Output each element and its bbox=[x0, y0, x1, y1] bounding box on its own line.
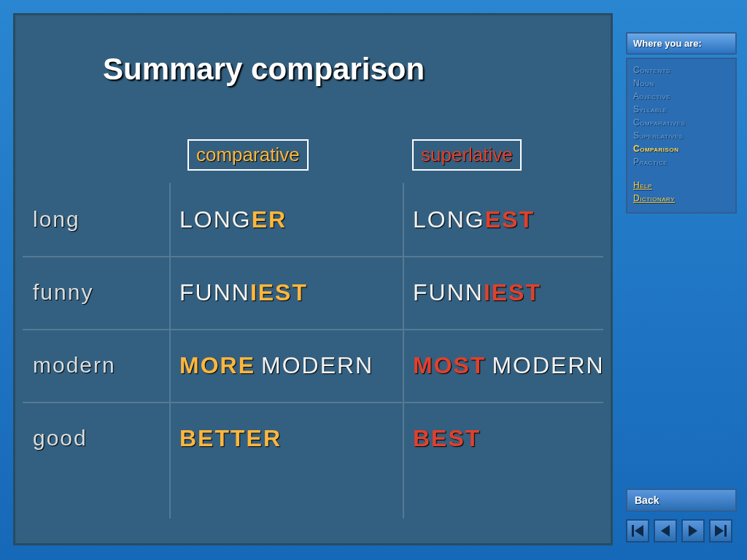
link-dictionary[interactable]: Dictionary bbox=[633, 192, 729, 205]
word-stem: modern bbox=[492, 352, 604, 379]
nav-item-contents[interactable]: Contents bbox=[633, 63, 729, 77]
table-row: modern moremodern mostmodern bbox=[15, 329, 611, 402]
nav-item-syllable[interactable]: Syllable bbox=[633, 103, 729, 116]
comparative-cell: better bbox=[179, 402, 398, 475]
nav-item-practice[interactable]: Practice bbox=[633, 155, 729, 168]
suffix: er bbox=[252, 206, 287, 233]
next-slide-button[interactable] bbox=[681, 519, 705, 542]
column-header-comparative: comparative bbox=[187, 139, 309, 171]
table-row: good better best bbox=[15, 402, 611, 475]
location-sidebar: Where you are: Contents Noun Adjective S… bbox=[626, 32, 737, 214]
link-help[interactable]: Help bbox=[633, 179, 729, 192]
prev-slide-button[interactable] bbox=[654, 519, 677, 542]
next-icon bbox=[689, 525, 697, 537]
page-title: Summary comparison bbox=[103, 52, 425, 87]
sidebar-header: Where you are: bbox=[626, 32, 737, 55]
word-stem: long bbox=[179, 206, 252, 233]
base-word: funny bbox=[33, 256, 168, 329]
superlative-cell: mostmodern bbox=[413, 329, 617, 402]
comparative-cell: moremodern bbox=[179, 329, 398, 402]
first-icon bbox=[632, 525, 643, 537]
nav-item-comparatives[interactable]: Comparatives bbox=[633, 116, 729, 129]
table-row: funny funniest funniest bbox=[15, 256, 611, 329]
irregular-form: better bbox=[179, 425, 282, 452]
back-button[interactable]: Back bbox=[626, 489, 737, 512]
nav-arrow-group bbox=[626, 519, 732, 542]
word-stem: funn bbox=[179, 279, 250, 306]
comparative-cell: funniest bbox=[179, 256, 398, 329]
prev-icon bbox=[661, 525, 670, 537]
word-stem: long bbox=[413, 206, 485, 233]
word-stem: funn bbox=[413, 279, 484, 306]
base-word: modern bbox=[33, 329, 168, 402]
suffix: iest bbox=[484, 279, 541, 306]
superlative-cell: best bbox=[413, 402, 617, 475]
nav-item-superlatives[interactable]: Superlatives bbox=[633, 129, 729, 142]
comparison-table: long longer longest funny funniest funni… bbox=[15, 183, 611, 475]
nav-item-comparison[interactable]: Comparison bbox=[633, 142, 729, 155]
slide-panel: Summary comparison comparative superlati… bbox=[13, 13, 613, 545]
nav-item-adjective[interactable]: Adjective bbox=[633, 90, 729, 103]
base-word: long bbox=[33, 183, 168, 256]
column-header-superlative: superlative bbox=[412, 139, 522, 171]
last-icon bbox=[715, 525, 727, 537]
sidebar-nav-box: Contents Noun Adjective Syllable Compara… bbox=[626, 58, 737, 214]
suffix: iest bbox=[250, 279, 308, 306]
suffix: est bbox=[485, 206, 535, 233]
superlative-cell: funniest bbox=[413, 256, 617, 329]
base-word: good bbox=[33, 402, 168, 475]
superlative-cell: longest bbox=[413, 183, 617, 256]
prefix: more bbox=[179, 352, 255, 379]
first-slide-button[interactable] bbox=[626, 519, 649, 542]
last-slide-button[interactable] bbox=[709, 519, 732, 542]
prefix: most bbox=[413, 352, 486, 379]
nav-item-noun[interactable]: Noun bbox=[633, 77, 729, 90]
irregular-form: best bbox=[413, 425, 481, 452]
table-row: long longer longest bbox=[15, 183, 611, 256]
comparative-cell: longer bbox=[179, 183, 398, 256]
word-stem: modern bbox=[261, 352, 374, 379]
